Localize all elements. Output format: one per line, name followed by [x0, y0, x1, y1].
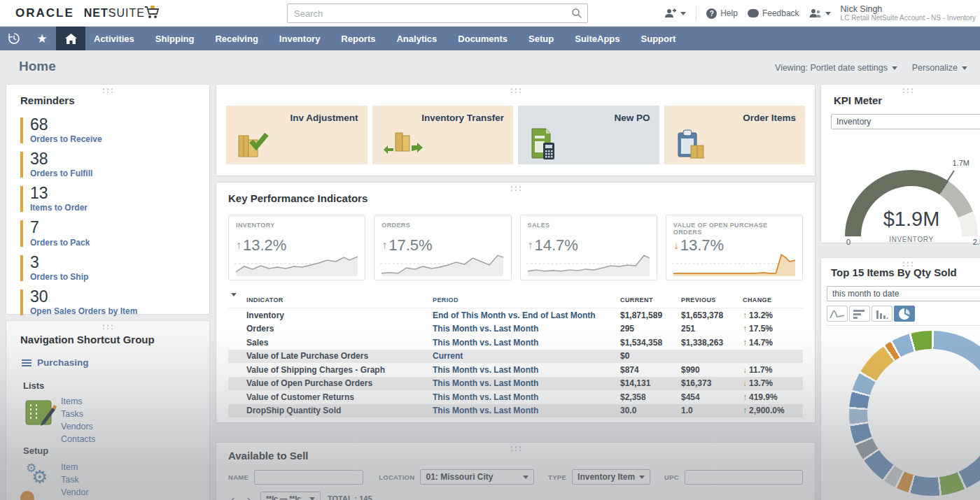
kpi-meter-select[interactable]: Inventory	[831, 114, 980, 129]
recent-records-button[interactable]	[0, 27, 28, 50]
cell-indicator: Value of Customer Returns	[246, 392, 433, 402]
nav-documents[interactable]: Documents	[458, 34, 507, 44]
roles-icon	[664, 8, 677, 19]
kpi-tile-orders[interactable]: ORDERS ↑17.5%	[374, 215, 511, 280]
date-range-select[interactable]: this month to date	[827, 286, 980, 301]
type-select[interactable]: Inventory Item	[572, 469, 650, 485]
hbar-chart-button[interactable]	[849, 306, 870, 322]
nav-inventory[interactable]: Inventory	[279, 34, 321, 44]
link-vendor[interactable]: Vendor	[61, 486, 91, 499]
tile-new-po[interactable]: New PO	[518, 106, 659, 164]
link-item[interactable]: Item	[61, 461, 91, 473]
nav-suiteapps[interactable]: SuiteApps	[575, 34, 620, 44]
cell-indicator: Value of Shipping Charges - Graph	[246, 365, 433, 375]
table-row[interactable]: Sales This Month vs. Last Month $1,534,3…	[228, 336, 803, 350]
home-tab-active[interactable]	[56, 27, 85, 50]
roles-menu-button[interactable]	[664, 8, 686, 19]
reminder-count: 38	[30, 150, 200, 167]
link-vendors[interactable]: Vendors	[61, 420, 95, 433]
link-contacts[interactable]: Contacts	[61, 433, 95, 445]
tile-order-items[interactable]: Order Items	[664, 106, 806, 164]
tile-inventory-transfer[interactable]: Inventory Transfer	[372, 106, 514, 164]
nav-receiving[interactable]: Receiving	[215, 34, 258, 44]
gauge-max-label: 2.5	[973, 238, 980, 246]
reminder-bar	[20, 255, 23, 281]
help-button[interactable]: ? Help	[706, 8, 738, 19]
portlet-drag-handle[interactable]	[510, 445, 522, 451]
personalize-dropdown[interactable]: Personalize	[912, 63, 967, 73]
nav-setup[interactable]: Setup	[528, 34, 554, 44]
top-items-donut-chart	[849, 331, 980, 496]
col-indicator[interactable]: INDICATOR	[246, 297, 433, 303]
area-chart-button[interactable]	[827, 306, 848, 322]
vbar-chart-button[interactable]	[872, 306, 892, 322]
user-menu-button[interactable]	[809, 8, 831, 19]
cell-period: This Month vs. Last Month	[433, 406, 620, 415]
table-row[interactable]: Orders This Month vs. Last Month 295 251…	[228, 322, 803, 336]
table-row[interactable]: Value of Late Purchase Orders Current $0	[228, 350, 803, 364]
page-range-value: **lc — **lc	[266, 494, 301, 500]
portlet-drag-handle[interactable]	[902, 87, 914, 93]
setup-links: Item Task Vendor Contact	[61, 461, 91, 500]
tile-inv-adjustment[interactable]: Inv Adjustment	[226, 106, 368, 164]
cell-previous: $454	[681, 392, 743, 402]
reminder-open-sales-orders[interactable]: 30 Open Sales Orders by Item	[20, 286, 200, 320]
netsuite-logo-text-2: SUITE	[108, 7, 145, 19]
link-tasks[interactable]: Tasks	[61, 408, 95, 420]
user-account: LC Retail NetSuite Account - NS - Invent…	[841, 14, 976, 22]
next-page-button[interactable]: ›	[244, 493, 253, 500]
col-current[interactable]: CURRENT	[620, 297, 681, 303]
oracle-netsuite-logo[interactable]: ORACLE NETSUITE	[15, 6, 145, 20]
table-row[interactable]: Value of Customer Returns This Month vs.…	[228, 390, 803, 404]
search-icon[interactable]	[571, 8, 582, 22]
table-filter-icon[interactable]	[231, 293, 237, 303]
reminder-orders-to-fulfill[interactable]: 38 Orders to Fulfill	[20, 148, 200, 183]
portlet-drag-handle[interactable]	[510, 87, 522, 93]
portlet-drag-handle[interactable]	[510, 185, 522, 191]
table-row[interactable]: Inventory End of This Month vs. End of L…	[228, 308, 803, 322]
portlet-drag-handle[interactable]	[102, 87, 114, 93]
reminders-title: Reminders	[20, 94, 75, 106]
col-period[interactable]: PERIOD	[433, 297, 620, 303]
table-row[interactable]: Value of Open Purchase Orders This Month…	[228, 377, 803, 391]
new-purchase-order-icon	[529, 127, 561, 161]
col-previous[interactable]: PREVIOUS	[681, 297, 743, 303]
viewing-dropdown[interactable]: Viewing: Portlet date settings	[775, 63, 897, 73]
nav-reports[interactable]: Reports	[341, 34, 375, 44]
location-select[interactable]: 01: Missouri City	[420, 469, 534, 485]
cell-change: 11.7%	[749, 365, 772, 375]
table-row[interactable]: Value of Shipping Charges - Graph This M…	[228, 363, 803, 377]
reminder-orders-to-pack[interactable]: 7 Orders to Pack	[20, 217, 200, 251]
kpi-tile-sales[interactable]: SALES ↑14.7%	[520, 215, 657, 280]
purchasing-group[interactable]: Purchasing	[22, 357, 89, 368]
name-input[interactable]	[254, 470, 363, 485]
prev-page-button[interactable]: ‹	[228, 493, 237, 500]
col-change[interactable]: CHANGE	[743, 297, 803, 303]
netsuite-logo-text: NET	[84, 7, 108, 19]
reminder-orders-to-receive[interactable]: 68 Orders to Receive	[20, 114, 200, 148]
link-items[interactable]: Items	[61, 395, 95, 408]
link-task[interactable]: Task	[61, 473, 91, 486]
feedback-button[interactable]: Feedback	[748, 8, 799, 18]
upc-input[interactable]	[685, 470, 803, 485]
cell-change: 13.7%	[749, 378, 773, 388]
search-input[interactable]	[287, 3, 588, 23]
portlet-drag-handle[interactable]	[102, 324, 114, 329]
nav-support[interactable]: Support	[641, 34, 676, 44]
kpi-tile-inventory[interactable]: INVENTORY ↑13.2%	[228, 215, 365, 280]
portlet-drag-handle[interactable]	[902, 261, 914, 266]
table-row[interactable]: DropShip Quantity Sold This Month vs. La…	[228, 404, 803, 418]
chart-type-buttons	[827, 306, 915, 322]
shortcuts-button[interactable]: ★	[28, 27, 56, 50]
trend-arrow-icon: ↑	[743, 310, 747, 320]
inventory-gauge: $1.9M INVENTORY 1.7M 0 2.5	[845, 170, 978, 236]
reminder-orders-to-ship[interactable]: 3 Orders to Ship	[20, 252, 200, 286]
nav-analytics[interactable]: Analytics	[396, 34, 437, 44]
nav-activities[interactable]: Activities	[94, 34, 134, 44]
user-info[interactable]: Nick Singh LC Retail NetSuite Account - …	[841, 4, 977, 22]
reminder-items-to-order[interactable]: 13 Items to Order	[20, 183, 200, 217]
kpi-tile-open-po-value[interactable]: VALUE OF OPEN PURCHASE ORDERS ↓13.7%	[666, 215, 803, 280]
page-range-select[interactable]: **lc — **lc	[260, 492, 321, 500]
pie-chart-button[interactable]	[894, 306, 915, 322]
nav-shipping[interactable]: Shipping	[155, 34, 195, 44]
